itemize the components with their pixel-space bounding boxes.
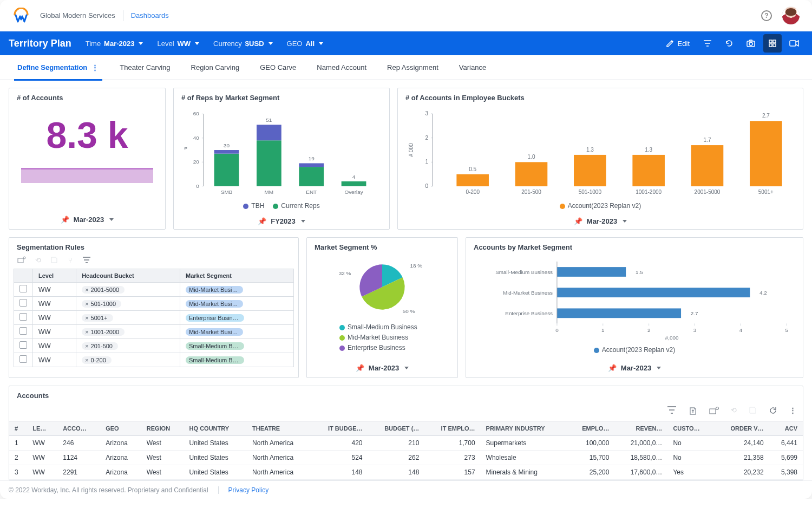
- row-checkbox[interactable]: [19, 355, 27, 363]
- table-row[interactable]: 1WW246ArizonaWestUnited StatesNorth Amer…: [9, 436, 803, 451]
- filter-geo[interactable]: GEO All: [287, 40, 324, 48]
- segment-chip[interactable]: Enterprise Busin…: [186, 314, 244, 322]
- tab-rep-assignment[interactable]: Rep Assignment: [387, 55, 438, 80]
- page-footer: © 2022 Workday, Inc. All rights reserved…: [0, 480, 812, 499]
- filter-time[interactable]: Time Mar-2023: [86, 40, 143, 48]
- row-checkbox[interactable]: [19, 327, 27, 335]
- bucket-chip[interactable]: ×2001-5000: [82, 286, 125, 294]
- grid-view-icon[interactable]: [763, 34, 782, 53]
- table-row[interactable]: 2WW1124ArizonaWestUnited StatesNorth Ame…: [9, 451, 803, 465]
- table-row[interactable]: WW×0-200Small-Medium B…: [14, 353, 294, 367]
- segment-chip[interactable]: Mid-Market Busi…: [186, 328, 243, 336]
- bucket-chip[interactable]: ×1001-2000: [82, 328, 125, 336]
- card-reps-by-segment: # of Reps by Market Segment 0204060#30SM…: [173, 88, 390, 230]
- card-foot[interactable]: 📌 Mar-2023: [466, 358, 803, 377]
- link-icon[interactable]: ⟲: [731, 406, 737, 416]
- svg-rect-73: [557, 308, 681, 318]
- svg-text:Overlay: Overlay: [344, 189, 363, 195]
- svg-rect-6: [790, 41, 796, 46]
- acct-col[interactable]: BUDGET (…: [368, 421, 425, 436]
- pin-icon: 📌: [608, 364, 617, 372]
- bucket-chip[interactable]: ×201-500: [82, 342, 118, 350]
- filter-currency[interactable]: Currency $USD: [213, 40, 272, 48]
- filter-icon[interactable]: [698, 34, 717, 53]
- svg-text:5001+: 5001+: [758, 189, 774, 195]
- bucket-chip[interactable]: ×501-1000: [82, 300, 121, 308]
- export-icon[interactable]: [689, 406, 697, 416]
- tab-region-carving[interactable]: Region Carving: [191, 55, 240, 80]
- table-row[interactable]: 3WW2291ArizonaWestUnited StatesNorth Ame…: [9, 465, 803, 480]
- settings-icon[interactable]: [709, 406, 719, 416]
- acct-col[interactable]: ACV: [769, 421, 803, 436]
- more-icon[interactable]: ⋮: [789, 406, 796, 416]
- save-icon[interactable]: [49, 256, 59, 264]
- table-row[interactable]: WW×1001-2000Mid-Market Busi…: [14, 325, 294, 339]
- svg-point-90: [716, 407, 719, 410]
- bucket-chip[interactable]: ×0-200: [82, 356, 112, 364]
- svg-text:MM: MM: [265, 189, 274, 195]
- user-avatar[interactable]: [782, 6, 800, 25]
- filter-level[interactable]: Level WW: [157, 40, 199, 48]
- link-icon[interactable]: ⟲: [33, 256, 43, 264]
- camera-icon[interactable]: [742, 34, 760, 53]
- acct-col[interactable]: GEO: [100, 421, 141, 436]
- tab-theater-carving[interactable]: Theater Carving: [120, 55, 170, 80]
- svg-text:32 %: 32 %: [339, 270, 351, 276]
- acct-col[interactable]: THEATRE: [247, 421, 312, 436]
- save-icon[interactable]: [749, 406, 757, 416]
- acct-col[interactable]: PRIMARY INDUSTRY: [481, 421, 568, 436]
- tab-variance[interactable]: Variance: [459, 55, 486, 80]
- tab-define-segmentation[interactable]: Define Segmentation ⋮: [17, 55, 99, 80]
- video-icon[interactable]: [785, 34, 803, 53]
- breadcrumb-dashboards[interactable]: Dashboards: [131, 11, 169, 19]
- acct-col[interactable]: LE…: [27, 421, 57, 436]
- tab-menu-icon[interactable]: ⋮: [91, 63, 99, 71]
- help-icon[interactable]: ?: [761, 10, 772, 21]
- refresh-icon[interactable]: [769, 406, 777, 416]
- acct-col[interactable]: EMPLO…: [567, 421, 614, 436]
- segment-chip[interactable]: Mid-Market Busi…: [186, 286, 243, 294]
- row-checkbox[interactable]: [19, 285, 27, 292]
- segment-chip[interactable]: Small-Medium B…: [186, 356, 244, 364]
- card-accounts-buckets: # of Accounts in Employee Buckets 0123#,…: [397, 88, 803, 230]
- edit-button[interactable]: Edit: [660, 34, 695, 53]
- acct-col[interactable]: CUSTO…: [667, 421, 714, 436]
- acct-col[interactable]: ACCO…: [57, 421, 100, 436]
- acct-col[interactable]: IT BUDGE…: [312, 421, 368, 436]
- privacy-link[interactable]: Privacy Policy: [228, 486, 269, 494]
- acct-col[interactable]: REVEN…: [614, 421, 667, 436]
- card-foot[interactable]: 📌 Mar-2023: [9, 210, 165, 229]
- table-row[interactable]: WW×2001-5000Mid-Market Busi…: [14, 283, 294, 297]
- row-checkbox[interactable]: [19, 299, 27, 307]
- table-row[interactable]: WW×5001+Enterprise Busin…: [14, 311, 294, 325]
- table-row[interactable]: WW×201-500Small-Medium B…: [14, 339, 294, 353]
- bucket-chip[interactable]: ×5001+: [82, 314, 113, 322]
- row-checkbox[interactable]: [19, 341, 27, 349]
- acct-col[interactable]: HQ COUNTRY: [184, 421, 247, 436]
- svg-rect-46: [515, 162, 548, 186]
- filter-icon[interactable]: [667, 406, 677, 416]
- segment-chip[interactable]: Mid-Market Busi…: [186, 300, 243, 308]
- workday-logo[interactable]: [12, 6, 30, 25]
- refresh-icon[interactable]: [720, 34, 738, 53]
- settings-icon[interactable]: [17, 256, 27, 264]
- tab-geo-carve[interactable]: GEO Carve: [260, 55, 296, 80]
- svg-point-1: [749, 42, 752, 45]
- filter-icon[interactable]: [82, 256, 91, 264]
- acct-col[interactable]: REGION: [141, 421, 184, 436]
- svg-text:Small-Medium Business: Small-Medium Business: [495, 269, 553, 275]
- page-title: Territory Plan: [9, 38, 71, 49]
- table-row[interactable]: WW×501-1000Mid-Market Busi…: [14, 297, 294, 311]
- segment-chip[interactable]: Small-Medium B…: [186, 342, 244, 350]
- card-foot[interactable]: 📌 Mar-2023: [398, 213, 803, 229]
- acct-col[interactable]: ORDER V…: [715, 421, 769, 436]
- card-foot[interactable]: 📌 FY2023: [174, 213, 389, 229]
- acct-col[interactable]: #: [9, 421, 27, 436]
- card-foot[interactable]: 📌 Mar-2023: [307, 358, 457, 377]
- acct-col[interactable]: IT EMPLO…: [424, 421, 480, 436]
- row-checkbox[interactable]: [19, 313, 27, 321]
- tab-named-account[interactable]: Named Account: [317, 55, 366, 80]
- svg-text:2: 2: [647, 327, 650, 333]
- branch-icon[interactable]: ⑂: [66, 256, 75, 264]
- card-accounts: Accounts ⟲ ⋮ #LE…ACCO…GEOREGIONHQ COUNTR…: [9, 386, 803, 480]
